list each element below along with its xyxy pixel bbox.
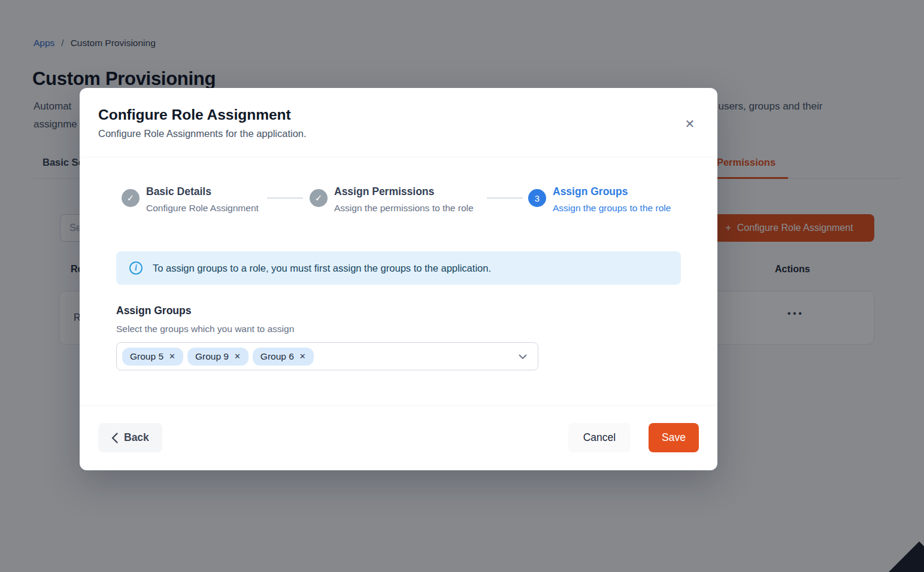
remove-chip-icon[interactable]: ✕: [299, 352, 306, 361]
step-subtitle: Configure Role Assignment: [146, 203, 259, 214]
group-chip: Group 9 ✕: [187, 348, 249, 366]
groups-multiselect[interactable]: Group 5 ✕ Group 9 ✕ Group 6 ✕: [116, 342, 538, 370]
info-icon: i: [129, 261, 143, 275]
step-subtitle: Assign the permissions to the role: [334, 203, 474, 214]
step-title: Assign Groups: [553, 185, 671, 198]
chevron-down-icon[interactable]: [517, 351, 528, 362]
configure-role-assignment-modal: Configure Role Assignment Configure Role…: [80, 88, 717, 470]
wizard-stepper: ✓ Basic Details Configure Role Assignmen…: [116, 182, 681, 224]
info-banner: i To assign groups to a role, you must f…: [116, 251, 681, 285]
save-button[interactable]: Save: [649, 423, 699, 452]
step-title: Basic Details: [146, 185, 259, 198]
chip-label: Group 5: [130, 351, 163, 362]
step-subtitle: Assign the groups to the role: [553, 203, 671, 214]
group-chip: Group 5 ✕: [122, 348, 183, 366]
info-banner-text: To assign groups to a role, you must fir…: [153, 263, 491, 274]
cancel-button[interactable]: Cancel: [568, 423, 631, 452]
back-button[interactable]: Back: [98, 423, 162, 452]
modal-title: Configure Role Assignment: [98, 107, 291, 123]
step-assign-groups[interactable]: 3 Assign Groups Assign the groups to the…: [528, 182, 671, 214]
back-button-label: Back: [124, 431, 149, 444]
modal-body: ✓ Basic Details Configure Role Assignmen…: [80, 182, 717, 370]
group-chip: Group 6 ✕: [253, 348, 314, 366]
step-connector: [487, 197, 523, 199]
assign-groups-hint: Select the groups which you want to assi…: [116, 324, 681, 334]
remove-chip-icon[interactable]: ✕: [234, 352, 241, 361]
footer-actions: Cancel Save: [568, 423, 699, 452]
step-basic-details[interactable]: ✓ Basic Details Configure Role Assignmen…: [122, 182, 259, 214]
step-number-badge: 3: [528, 189, 546, 207]
step-assign-permissions[interactable]: ✓ Assign Permissions Assign the permissi…: [310, 182, 474, 214]
chevron-left-icon: [111, 433, 118, 443]
check-icon: ✓: [122, 189, 140, 207]
modal-subtitle: Configure Role Assignments for the appli…: [98, 128, 307, 139]
remove-chip-icon[interactable]: ✕: [169, 352, 175, 361]
close-icon[interactable]: ✕: [680, 114, 699, 133]
check-icon: ✓: [310, 189, 328, 207]
modal-footer: Back Cancel Save: [80, 405, 717, 470]
chip-label: Group 6: [260, 351, 294, 362]
chip-label: Group 9: [195, 351, 229, 362]
step-connector: [267, 197, 303, 199]
assign-groups-label: Assign Groups: [116, 305, 681, 317]
modal-header: Configure Role Assignment Configure Role…: [80, 88, 717, 157]
step-title: Assign Permissions: [334, 185, 474, 198]
